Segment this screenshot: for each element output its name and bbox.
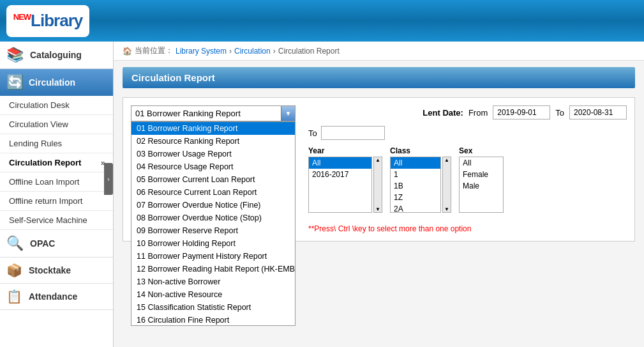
breadcrumb-prefix: 当前位置：: [135, 45, 173, 56]
sex-filter-group: Sex All Female Male: [459, 146, 504, 213]
dropdown-option-15[interactable]: 15 Classification Statistic Report: [131, 301, 295, 314]
year-option-all[interactable]: All: [309, 157, 371, 169]
dropdown-option-11[interactable]: 11 Borrower Payment History Report: [131, 250, 295, 263]
breadcrumb-library-system[interactable]: Library System: [176, 47, 227, 56]
sidebar-item-self-service-machine[interactable]: Self-Service Machine: [0, 211, 113, 230]
sex-listbox[interactable]: All Female Male: [459, 157, 504, 213]
dropdown-option-16[interactable]: 16 Circulation Fine Report: [131, 314, 295, 326]
to-field-row: To: [308, 126, 627, 140]
to-date-input[interactable]: [569, 105, 627, 120]
report-select-value: 01 Borrower Ranking Report: [131, 106, 281, 121]
dropdown-option-06[interactable]: 06 Resource Current Loan Report: [131, 186, 295, 199]
sex-filter-label: Sex: [459, 146, 504, 155]
lent-date-row: Lent Date: From To: [308, 105, 627, 120]
app-header: NEWLibrary: [0, 0, 644, 42]
breadcrumb-icon: 🏠: [123, 47, 132, 56]
breadcrumb-circulation[interactable]: Circulation: [234, 47, 271, 56]
class-listbox[interactable]: All 1 1B 1Z 2A 3B 4A: [390, 157, 441, 213]
year-listbox[interactable]: All 2016-2017: [308, 157, 372, 213]
cataloguing-label: Cataloguing: [30, 50, 82, 60]
class-option-1[interactable]: 1: [391, 169, 440, 180]
to-field-label: To: [308, 128, 317, 138]
opac-icon: 🔍: [6, 235, 24, 252]
content-area: 🏠 当前位置： Library System › Circulation › C…: [114, 42, 644, 347]
class-scroll-up[interactable]: ▲: [443, 157, 451, 163]
year-filter-group: Year All 2016-2017 ▲ ▼: [308, 146, 382, 213]
breadcrumb-current: Circulation Report: [278, 47, 340, 56]
books-icon: 📚: [6, 47, 24, 63]
dropdown-option-12[interactable]: 12 Borrower Reading Habit Report (HK-EMB…: [131, 263, 295, 275]
right-form-col: Lent Date: From To To: [308, 105, 627, 233]
class-filter-label: Class: [390, 146, 451, 155]
sidebar-item-circulation-desk[interactable]: Circulation Desk: [0, 96, 113, 115]
circulation-section-label: Circulation: [29, 77, 75, 88]
dropdown-option-03[interactable]: 03 Borrower Usage Report: [131, 148, 295, 160]
year-scroll-down[interactable]: ▼: [374, 206, 382, 212]
main-layout: 📚 Cataloguing 🔄 Circulation Circulation …: [0, 42, 644, 347]
to-label-date: To: [555, 108, 564, 118]
dropdown-arrow-btn[interactable]: ▼: [281, 106, 295, 121]
year-scrollbar[interactable]: ▲ ▼: [373, 157, 382, 213]
sidebar-item-stocktake[interactable]: 📦 Stocktake: [0, 258, 113, 284]
from-date-input[interactable]: [493, 105, 550, 120]
sidebar-item-opac[interactable]: 🔍 OPAC: [0, 230, 113, 258]
stocktake-label: Stocktake: [29, 265, 71, 275]
filters-row: Year All 2016-2017 ▲ ▼: [308, 146, 627, 213]
to-field-input[interactable]: [321, 126, 385, 140]
dropdown-option-09[interactable]: 09 Borrower Reserve Report: [131, 224, 295, 237]
sidebar-expand-arrow[interactable]: ›: [104, 163, 113, 195]
class-option-1b[interactable]: 1B: [391, 180, 440, 192]
sidebar-item-lending-rules[interactable]: Lending Rules: [0, 134, 113, 153]
sex-option-male[interactable]: Male: [460, 180, 503, 192]
attendance-icon: 📋: [6, 289, 22, 304]
breadcrumb: 🏠 当前位置： Library System › Circulation › C…: [114, 42, 644, 61]
year-scroll-up[interactable]: ▲: [374, 157, 382, 163]
ctrl-note: **Press\ Ctrl \key to select more than o…: [308, 224, 627, 233]
dropdown-option-01[interactable]: 01 Borrower Ranking Report: [131, 122, 295, 135]
chevron-down-icon: ▼: [285, 110, 292, 117]
circulation-icon: 🔄: [6, 74, 24, 91]
sidebar-item-offline-loan-import[interactable]: Offline Loan Import: [0, 173, 113, 192]
year-filter-label: Year: [308, 146, 382, 155]
lent-date-label: Lent Date:: [423, 108, 463, 118]
attendance-label: Attendance: [29, 291, 77, 302]
sidebar-item-circulation-view[interactable]: Circulation View: [0, 115, 113, 134]
logo: NEWLibrary: [6, 5, 89, 37]
page-content: Circulation Report 01 Borrower Ranking R…: [114, 61, 644, 248]
class-scrollbar[interactable]: ▲ ▼: [442, 157, 451, 213]
sex-option-all[interactable]: All: [460, 157, 503, 169]
from-label: From: [468, 108, 488, 118]
opac-label: OPAC: [30, 238, 55, 249]
sidebar-item-cataloguing[interactable]: 📚 Cataloguing: [0, 42, 113, 69]
dropdown-option-05[interactable]: 05 Borrower Current Loan Report: [131, 173, 295, 186]
dropdown-option-02[interactable]: 02 Resource Ranking Report: [131, 135, 295, 148]
form-area: 01 Borrower Ranking Report ▼ 01 Borrower…: [123, 97, 635, 242]
sidebar-section-circulation[interactable]: 🔄 Circulation: [0, 69, 113, 96]
class-filter-group: Class All 1 1B 1Z 2A 3B: [390, 146, 451, 213]
report-select-display[interactable]: 01 Borrower Ranking Report ▼: [131, 105, 296, 121]
form-top-row: 01 Borrower Ranking Report ▼ 01 Borrower…: [131, 105, 627, 233]
dropdown-option-14[interactable]: 14 Non-active Resource: [131, 288, 295, 301]
year-option-2016[interactable]: 2016-2017: [309, 169, 371, 180]
dropdown-option-08[interactable]: 08 Borrower Overdue Notice (Stop): [131, 212, 295, 224]
class-option-2a[interactable]: 2A: [391, 203, 440, 213]
dropdown-option-13[interactable]: 13 Non-active Borrower: [131, 275, 295, 288]
stocktake-icon: 📦: [6, 263, 22, 278]
sex-option-female[interactable]: Female: [460, 169, 503, 180]
sidebar-item-circulation-report[interactable]: Circulation Report: [0, 153, 113, 173]
report-dropdown-list: 01 Borrower Ranking Report 02 Resource R…: [131, 121, 296, 326]
class-scroll-down[interactable]: ▼: [443, 206, 451, 212]
sidebar-item-offline-return-import[interactable]: Offline return Import: [0, 192, 113, 211]
dropdown-option-10[interactable]: 10 Borrower Holding Report: [131, 237, 295, 250]
section-title: Circulation Report: [123, 67, 635, 88]
dropdown-option-07[interactable]: 07 Borrower Overdue Notice (Fine): [131, 199, 295, 212]
sidebar: 📚 Cataloguing 🔄 Circulation Circulation …: [0, 42, 114, 347]
dropdown-option-04[interactable]: 04 Resource Usage Report: [131, 160, 295, 173]
sidebar-item-attendance[interactable]: 📋 Attendance: [0, 284, 113, 310]
class-option-1z[interactable]: 1Z: [391, 192, 440, 203]
class-option-all[interactable]: All: [391, 157, 440, 169]
report-dropdown-wrapper: 01 Borrower Ranking Report ▼ 01 Borrower…: [131, 105, 296, 121]
